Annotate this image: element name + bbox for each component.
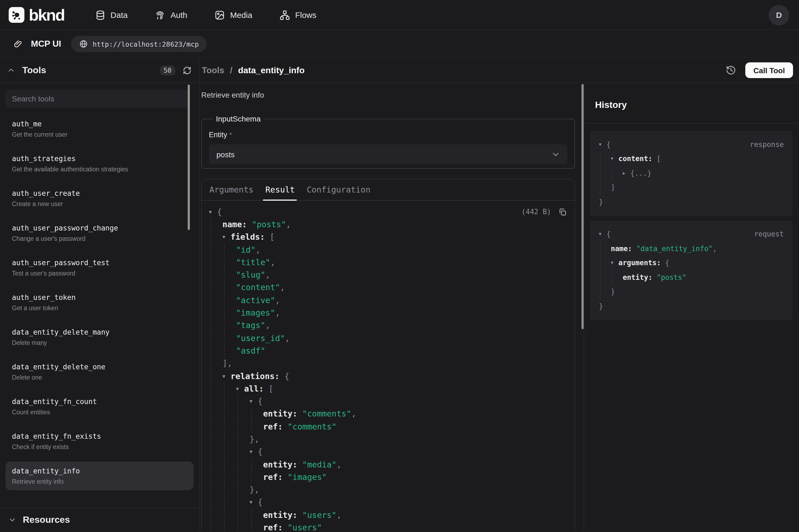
tool-description: Change a user's password (12, 235, 187, 243)
refresh-icon[interactable] (183, 66, 191, 75)
indent-guide (237, 471, 249, 483)
breadcrumb-section[interactable]: Tools (202, 65, 224, 75)
json-line: }, (209, 433, 567, 446)
tool-description: Delete many (12, 339, 187, 347)
json-line: } (599, 195, 784, 209)
main-scrollbar[interactable] (582, 84, 584, 329)
indent-guide (224, 509, 236, 521)
indent-guide (600, 241, 611, 256)
tool-name: data_entity_fn_count (12, 396, 187, 407)
tool-item-data_entity_delete_many[interactable]: data_entity_delete_manyDelete many (5, 323, 194, 352)
database-icon (95, 10, 106, 20)
json-line: ▼relations: { (209, 370, 567, 383)
json-punctuation: }, (249, 485, 259, 495)
json-punctuation: , (275, 308, 280, 318)
resources-section-header[interactable]: Resources (0, 508, 199, 531)
tools-list: auth_meGet the current userauth_strategi… (5, 114, 194, 490)
resources-section-title: Resources (23, 514, 70, 525)
nav-item-data[interactable]: Data (95, 10, 128, 20)
copy-icon[interactable] (558, 207, 567, 216)
user-avatar[interactable]: D (768, 5, 789, 25)
history-panel: History ▼{response▼content: [▶{...}]}▼{r… (584, 83, 799, 531)
tool-item-auth_user_token[interactable]: auth_user_tokenGet a user token (5, 288, 194, 317)
tool-detail-panel: Retrieve entity info InputSchema Entity*… (199, 83, 584, 531)
indent-guide (210, 244, 222, 256)
mcp-url-pill[interactable]: http://localhost:28623/mcp (71, 36, 207, 52)
indent-guide (210, 294, 222, 307)
collapse-marker-icon[interactable]: ▼ (209, 209, 217, 214)
nav-item-flows[interactable]: Flows (279, 10, 316, 20)
json-line: entity: "media", (209, 458, 567, 471)
indent-guide (210, 307, 222, 319)
history-entry-response[interactable]: ▼{response▼content: [▶{...}]} (590, 131, 793, 215)
tab-arguments[interactable]: Arguments (209, 179, 253, 200)
collapse-marker-icon[interactable]: ▼ (222, 234, 230, 240)
app-window: bknd DataAuthMediaFlows D MCP UI http://… (0, 0, 799, 532)
tool-item-auth_me[interactable]: auth_meGet the current user (5, 114, 194, 143)
call-tool-button[interactable]: Call Tool (745, 62, 793, 78)
collapse-marker-icon[interactable]: ▼ (222, 373, 230, 379)
indent-guide (210, 496, 222, 509)
tools-section-header[interactable]: Tools 50 (0, 58, 199, 83)
collapse-marker-icon[interactable]: ▼ (249, 500, 258, 505)
tool-item-data_entity_fn_count[interactable]: data_entity_fn_countCount entities (5, 392, 194, 421)
json-punctuation: , (713, 245, 717, 253)
json-string: "tags" (236, 321, 265, 330)
nav-item-media[interactable]: Media (214, 10, 252, 20)
expand-marker-icon[interactable]: ▶ (623, 171, 630, 176)
nav-item-auth[interactable]: Auth (155, 10, 187, 20)
json-line: "asdf" (209, 345, 567, 357)
tool-description: Retrieve entity info (12, 478, 187, 486)
json-line: "id", (209, 244, 567, 256)
json-line: "slug", (209, 269, 567, 282)
json-punctuation: ] (611, 184, 615, 192)
tool-item-data_entity_fn_exists[interactable]: data_entity_fn_existsCheck if entity exi… (5, 427, 194, 456)
indent-guide (224, 471, 236, 483)
entity-select[interactable]: posts (209, 144, 567, 164)
tab-result[interactable]: Result (266, 179, 295, 200)
collapse-marker-icon[interactable]: ▼ (599, 142, 606, 147)
collapse-marker-icon[interactable]: ▼ (249, 449, 258, 455)
indent-guide (210, 445, 222, 458)
tool-item-auth_strategies[interactable]: auth_strategiesGet the available authent… (5, 149, 194, 178)
indent-guide (210, 218, 222, 231)
tab-configuration[interactable]: Configuration (307, 179, 370, 200)
indent-guide (210, 408, 222, 421)
json-punctuation: , (337, 510, 341, 520)
json-line: } (599, 284, 784, 299)
json-punctuation: , (265, 321, 270, 330)
tool-item-data_entity_delete_one[interactable]: data_entity_delete_oneDelete one (5, 357, 194, 386)
indent-guide (237, 395, 249, 408)
collapse-marker-icon[interactable]: ▼ (236, 386, 244, 392)
tool-item-data_entity_info[interactable]: data_entity_infoRetrieve entity info (5, 461, 194, 490)
collapse-marker-icon[interactable]: ▼ (249, 399, 258, 404)
indent-guide (210, 509, 222, 521)
tool-item-auth_user_password_test[interactable]: auth_user_password_testTest a user's pas… (5, 253, 194, 282)
json-punctuation: ], (222, 359, 232, 368)
history-icon[interactable] (726, 65, 736, 75)
json-line: "content", (209, 282, 567, 294)
indent-guide (210, 319, 222, 332)
indent-guide (600, 152, 611, 166)
json-line: }, (209, 483, 567, 496)
json-line: ▶{...} (599, 166, 784, 180)
indent-guide (251, 521, 263, 531)
json-line: name: "posts", (209, 218, 567, 231)
indent-guide (224, 395, 236, 408)
bknd-logo[interactable]: bknd (9, 6, 64, 24)
json-key: arguments: (619, 259, 665, 267)
tools-section-title: Tools (22, 65, 46, 76)
indent-guide (210, 471, 222, 483)
tool-name: data_entity_fn_exists (12, 431, 187, 441)
entry-type-badge: response (750, 140, 784, 149)
search-input[interactable] (5, 90, 189, 108)
collapse-marker-icon[interactable]: ▼ (611, 261, 619, 265)
sidebar-scrollbar[interactable] (188, 84, 190, 230)
collapse-marker-icon[interactable]: ▼ (599, 232, 606, 237)
input-schema-legend: InputSchema (213, 114, 263, 123)
history-entry-request[interactable]: ▼{requestname: "data_entity_info",▼argum… (590, 221, 793, 320)
tool-name: auth_user_token (12, 292, 187, 303)
tool-item-auth_user_create[interactable]: auth_user_createCreate a new user (5, 184, 194, 213)
tool-item-auth_user_password_change[interactable]: auth_user_password_changeChange a user's… (5, 218, 194, 247)
collapse-marker-icon[interactable]: ▼ (611, 156, 619, 162)
